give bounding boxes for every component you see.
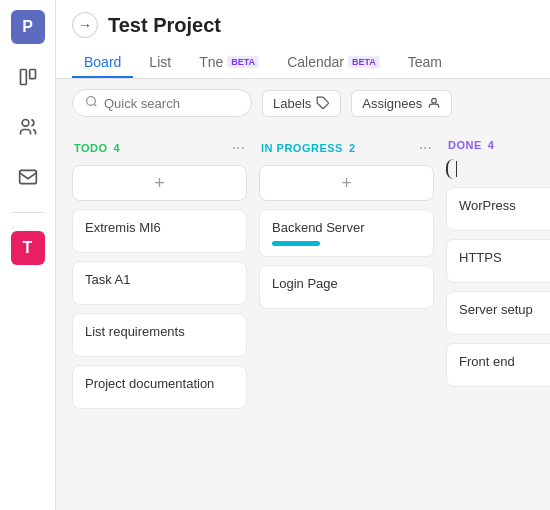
tne-beta-badge: BETA (227, 56, 259, 68)
done-title: DONE (448, 139, 482, 151)
labels-button[interactable]: Labels (262, 90, 341, 117)
svg-point-2 (22, 120, 29, 127)
column-done: DONE 4 WorPress HTTPS Server setup Front… (446, 139, 550, 498)
search-icon (85, 95, 98, 111)
inprogress-count: 2 (349, 142, 356, 154)
search-input[interactable] (104, 96, 239, 111)
search-box[interactable] (72, 89, 252, 117)
todo-title: TODO (74, 142, 108, 154)
card-https[interactable]: HTTPS (446, 239, 550, 283)
svg-point-4 (87, 97, 96, 106)
page-title: Test Project (108, 14, 221, 37)
tab-list[interactable]: List (137, 48, 183, 78)
header: → Test Project Board List Tne BETA Calen… (56, 0, 550, 79)
assignees-button[interactable]: Assignees (351, 90, 452, 117)
column-done-header: DONE 4 (446, 139, 550, 151)
back-button[interactable]: → (72, 12, 98, 38)
column-todo: TODO 4 ··· + Extremis MI6 Task A1 List r… (72, 139, 247, 498)
toolbar: Labels Assignees (56, 79, 550, 127)
board: TODO 4 ··· + Extremis MI6 Task A1 List r… (56, 127, 550, 510)
card-title: Project documentation (85, 376, 234, 391)
card-progress-bar (272, 241, 320, 246)
svg-rect-3 (19, 170, 36, 183)
inprogress-add-card-button[interactable]: + (259, 165, 434, 201)
card-task-a1[interactable]: Task A1 (72, 261, 247, 305)
card-front-end[interactable]: Front end (446, 343, 550, 387)
card-title: Login Page (272, 276, 421, 291)
sidebar: P T (0, 0, 56, 510)
inprogress-menu-icon[interactable]: ··· (419, 139, 432, 157)
todo-menu-icon[interactable]: ··· (232, 139, 245, 157)
tab-team[interactable]: Team (396, 48, 454, 78)
card-login-page[interactable]: Login Page (259, 265, 434, 309)
column-inprogress: IN PROGRESS 2 ··· + Backend Server Login… (259, 139, 434, 498)
card-backend-server[interactable]: Backend Server (259, 209, 434, 257)
calendar-beta-badge: BETA (348, 56, 380, 68)
card-extremis[interactable]: Extremis MI6 (72, 209, 247, 253)
main-content: → Test Project Board List Tne BETA Calen… (56, 0, 550, 510)
card-title: List requirements (85, 324, 234, 339)
inprogress-title: IN PROGRESS (261, 142, 343, 154)
svg-rect-0 (20, 70, 26, 85)
card-title: Extremis MI6 (85, 220, 234, 235)
column-todo-header: TODO 4 ··· (72, 139, 247, 157)
card-worpress[interactable]: WorPress (446, 187, 550, 231)
todo-add-card-button[interactable]: + (72, 165, 247, 201)
trello-icon[interactable] (11, 60, 45, 94)
sidebar-avatar-p[interactable]: P (11, 10, 45, 44)
done-count: 4 (488, 139, 495, 151)
card-list-requirements[interactable]: List requirements (72, 313, 247, 357)
card-title: HTTPS (459, 250, 550, 265)
people-icon[interactable] (11, 110, 45, 144)
tab-calendar[interactable]: Calendar BETA (275, 48, 392, 78)
tab-tne[interactable]: Tne BETA (187, 48, 271, 78)
card-server-setup[interactable]: Server setup (446, 291, 550, 335)
card-title: Task A1 (85, 272, 234, 287)
card-cursor (446, 159, 550, 179)
card-title: Front end (459, 354, 550, 369)
tab-bar: Board List Tne BETA Calendar BETA Team (72, 48, 534, 78)
card-title: WorPress (459, 198, 550, 213)
sidebar-avatar-t[interactable]: T (11, 231, 45, 265)
svg-rect-1 (29, 70, 35, 79)
mail-icon[interactable] (11, 160, 45, 194)
sidebar-divider (13, 212, 43, 213)
card-title: Backend Server (272, 220, 421, 235)
todo-count: 4 (114, 142, 121, 154)
tab-board[interactable]: Board (72, 48, 133, 78)
card-title: Server setup (459, 302, 550, 317)
column-inprogress-header: IN PROGRESS 2 ··· (259, 139, 434, 157)
card-project-documentation[interactable]: Project documentation (72, 365, 247, 409)
svg-point-6 (432, 98, 437, 103)
